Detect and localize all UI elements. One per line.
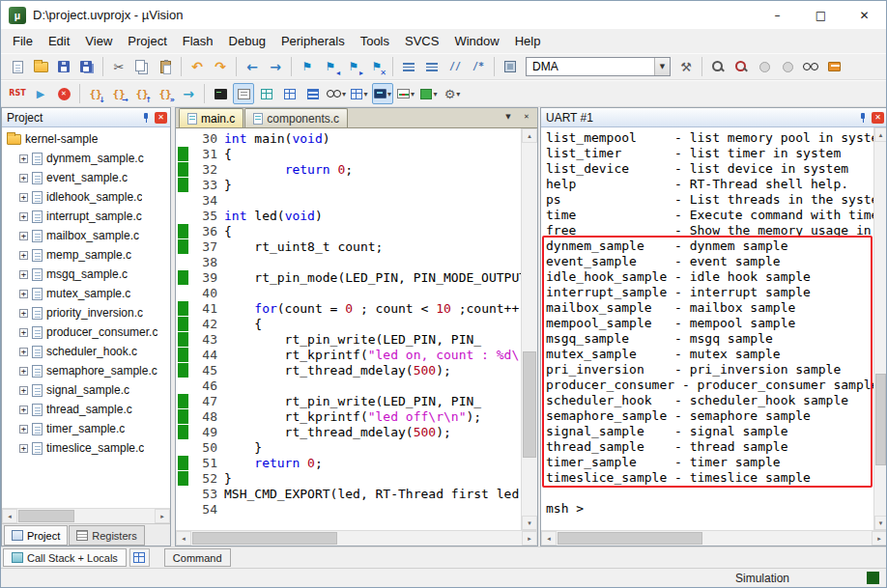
menu-edit[interactable]: Edit — [41, 30, 77, 52]
step-into-icon[interactable]: {}↓ — [85, 83, 106, 104]
new-file-icon[interactable] — [7, 56, 28, 77]
analysis-windows-icon[interactable]: ▾ — [395, 83, 416, 104]
code-lines[interactable]: 30int main(void)31{32 return 0;33}3435in… — [176, 128, 521, 530]
code-line-42[interactable]: 42 { — [176, 316, 521, 331]
save-icon[interactable] — [53, 56, 74, 77]
code-line-38[interactable]: 38 — [176, 254, 521, 269]
code-line-48[interactable]: 48 rt_kprintf("led off\r\n"); — [176, 408, 521, 424]
serial-windows-icon[interactable]: ▾ — [372, 83, 393, 104]
tree-item-mutex-sample[interactable]: +mutex_sample.c — [2, 284, 170, 303]
expander-icon[interactable]: + — [19, 174, 28, 182]
stop-disabled-icon[interactable] — [777, 56, 798, 77]
menu-file[interactable]: File — [5, 30, 41, 52]
tab-main-c[interactable]: main.c — [179, 108, 243, 127]
show-next-statement-icon[interactable]: → — [178, 83, 199, 104]
scroll-thumb[interactable] — [192, 532, 337, 545]
scroll-down-icon[interactable]: ▾ — [522, 516, 537, 530]
tree-item-kernel-sample[interactable]: kernel-sample — [2, 129, 170, 149]
memory-windows-icon-dropdown[interactable]: ▾ — [363, 90, 367, 98]
bookmark-toggle-icon[interactable]: ⚑ — [297, 56, 318, 77]
tree-item-priority-inversion[interactable]: +priority_inversion.c — [2, 303, 170, 322]
code-line-33[interactable]: 33} — [176, 177, 521, 192]
code-line-46[interactable]: 46 — [176, 378, 521, 393]
step-over-icon[interactable]: {}→ — [108, 83, 129, 104]
target-select[interactable]: DMA▼ — [526, 57, 671, 76]
editor-hscrollbar[interactable]: ◂ ▸ — [176, 530, 537, 546]
menu-peripherals[interactable]: Peripherals — [273, 30, 353, 52]
navigate-forward-icon[interactable]: → — [265, 56, 286, 77]
scroll-up-icon[interactable]: ▴ — [522, 128, 537, 143]
expander-icon[interactable]: + — [19, 309, 28, 318]
reset-icon[interactable]: RST — [7, 83, 28, 104]
analysis-windows-icon-dropdown[interactable]: ▾ — [411, 90, 415, 98]
code-line-34[interactable]: 34 — [176, 192, 521, 208]
tree-item-semaphore-sample[interactable]: +semaphore_sample.c — [2, 361, 170, 380]
menu-svcs[interactable]: SVCS — [397, 30, 446, 52]
tree-item-event-sample[interactable]: +event_sample.c — [2, 168, 170, 187]
scroll-track[interactable] — [17, 509, 155, 523]
expander-icon[interactable]: + — [19, 328, 28, 337]
tree-item-interrupt-sample[interactable]: +interrupt_sample.c — [2, 207, 170, 226]
scroll-up-icon[interactable]: ▴ — [874, 127, 887, 142]
tree-item-mailbox-sample[interactable]: +mailbox_sample.c — [2, 226, 170, 245]
code-line-53[interactable]: 53MSH_CMD_EXPORT(led, RT-Thread first le… — [176, 486, 521, 501]
menu-view[interactable]: View — [77, 30, 120, 52]
find-icon[interactable] — [730, 56, 752, 77]
scroll-thumb[interactable] — [558, 532, 702, 545]
scroll-thumb[interactable] — [18, 510, 74, 522]
code-line-36[interactable]: 36{ — [176, 223, 521, 238]
tree-item-signal-sample[interactable]: +signal_sample.c — [2, 380, 170, 400]
run-icon[interactable]: ▶ — [30, 83, 51, 104]
expander-icon[interactable]: + — [19, 212, 28, 221]
scroll-right-icon[interactable]: ▸ — [522, 531, 537, 546]
uart-hscrollbar[interactable]: ◂ ▸ — [541, 530, 887, 546]
editor-vscrollbar[interactable]: ▴ ▾ — [521, 128, 537, 530]
code-line-40[interactable]: 40 — [176, 285, 521, 300]
code-line-41[interactable]: 41 for(count = 0 ; count < 10 ;count++) — [176, 300, 521, 316]
toolbox-icon-dropdown[interactable]: ▾ — [456, 90, 460, 98]
code-line-44[interactable]: 44 rt_kprintf("led on, count : %d\r\n", … — [176, 347, 521, 362]
save-all-icon[interactable] — [76, 56, 98, 77]
expander-icon[interactable]: + — [19, 367, 28, 376]
scroll-left-icon[interactable]: ◂ — [541, 531, 557, 546]
flash-download-icon[interactable] — [500, 56, 521, 77]
code-line-43[interactable]: 43 rt_pin_write(LED_PIN, PIN_ — [176, 331, 521, 347]
uart-lines[interactable]: list_mempool - list memory pool in syste… — [541, 127, 873, 530]
tab-registers[interactable]: Registers — [69, 525, 144, 546]
watch-windows-icon-dropdown[interactable]: ▾ — [342, 90, 346, 98]
unindent-icon[interactable] — [398, 56, 419, 77]
tree-item-timeslice-sample[interactable]: +timeslice_sample.c — [2, 438, 170, 458]
scroll-thumb[interactable] — [875, 374, 886, 465]
watch-windows-icon[interactable]: ▾ — [326, 83, 347, 104]
project-panel-close-icon[interactable]: ✕ — [155, 112, 167, 124]
code-line-45[interactable]: 45 rt_thread_mdelay(500); — [176, 362, 521, 378]
command-window-icon[interactable] — [210, 83, 231, 104]
copy-icon[interactable] — [131, 56, 153, 77]
redo-icon[interactable]: ↷ — [210, 56, 231, 77]
tab-command[interactable]: Command — [164, 548, 231, 567]
menu-window[interactable]: Window — [446, 30, 506, 52]
scroll-track[interactable] — [191, 531, 522, 546]
code-line-31[interactable]: 31{ — [176, 146, 521, 161]
stop-icon[interactable]: ✕ — [53, 83, 74, 104]
uncomment-icon[interactable]: /* — [468, 56, 489, 77]
comment-icon[interactable]: // — [444, 56, 466, 77]
find-in-files-icon[interactable] — [707, 56, 729, 77]
indent-icon[interactable] — [421, 56, 443, 77]
scroll-left-icon[interactable]: ◂ — [2, 509, 17, 523]
call-stack-window-icon[interactable] — [302, 83, 324, 104]
tree-item-memp-sample[interactable]: +memp_sample.c — [2, 245, 170, 265]
tree-item-idlehook-sample[interactable]: +idlehook_sample.c — [2, 187, 170, 207]
bookmark-clear-icon[interactable]: ⚑✕ — [366, 56, 387, 77]
expander-icon[interactable]: + — [19, 251, 28, 260]
pin-icon[interactable] — [858, 112, 868, 124]
uart-panel-close-icon[interactable]: ✕ — [872, 112, 884, 124]
scroll-thumb[interactable] — [523, 351, 536, 458]
help-books-icon[interactable] — [823, 56, 844, 77]
tree-item-msgq-sample[interactable]: +msgq_sample.c — [2, 265, 170, 284]
expander-icon[interactable]: + — [19, 270, 28, 279]
scroll-left-icon[interactable]: ◂ — [176, 531, 191, 546]
code-line-39[interactable]: 39 rt_pin_mode(LED_PIN, PIN_MODE_OUTPUT)… — [176, 269, 521, 285]
expander-icon[interactable]: + — [19, 348, 28, 356]
registers-window-icon[interactable] — [279, 83, 300, 104]
